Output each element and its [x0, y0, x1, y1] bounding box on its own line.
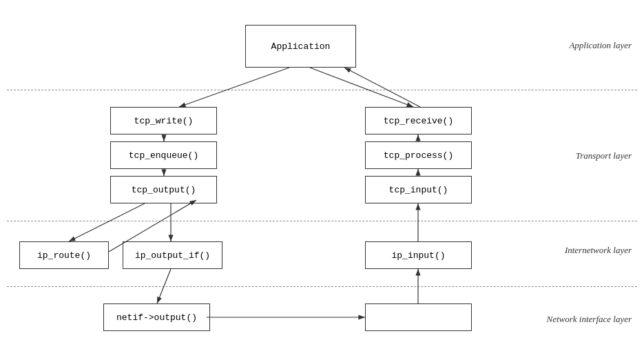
tcp-process-box: tcp_process() — [365, 141, 472, 169]
application-box: Application — [245, 25, 356, 68]
network-interface-layer-label: Network interface layer — [547, 314, 632, 325]
tcp-enqueue-box: tcp_enqueue() — [110, 141, 217, 169]
ip-route-box: ip_route() — [19, 241, 109, 269]
dashed-line-1 — [7, 90, 637, 90]
tcp-write-box: tcp_write() — [110, 107, 217, 134]
svg-line-9 — [69, 203, 145, 241]
internetwork-layer-label: Internetwork layer — [565, 245, 632, 256]
transport-layer-label: Transport layer — [576, 150, 632, 161]
tcp-input-box: tcp_input() — [365, 176, 472, 203]
svg-line-4 — [344, 68, 420, 107]
application-layer-label: Application layer — [569, 40, 632, 51]
tcp-receive-box: tcp_receive() — [365, 107, 472, 134]
svg-line-2 — [179, 68, 289, 107]
empty-box — [365, 303, 472, 331]
ip-output-if-box: ip_output_if() — [123, 241, 222, 269]
netif-output-box: netif->output() — [103, 303, 210, 331]
ip-input-box: ip_input() — [365, 241, 472, 269]
tcp-output-box: tcp_output() — [110, 176, 217, 203]
svg-line-3 — [310, 68, 413, 107]
dashed-line-2 — [7, 221, 637, 221]
diagram: Application layer Transport layer Intern… — [0, 0, 644, 349]
dashed-line-3 — [7, 286, 637, 287]
